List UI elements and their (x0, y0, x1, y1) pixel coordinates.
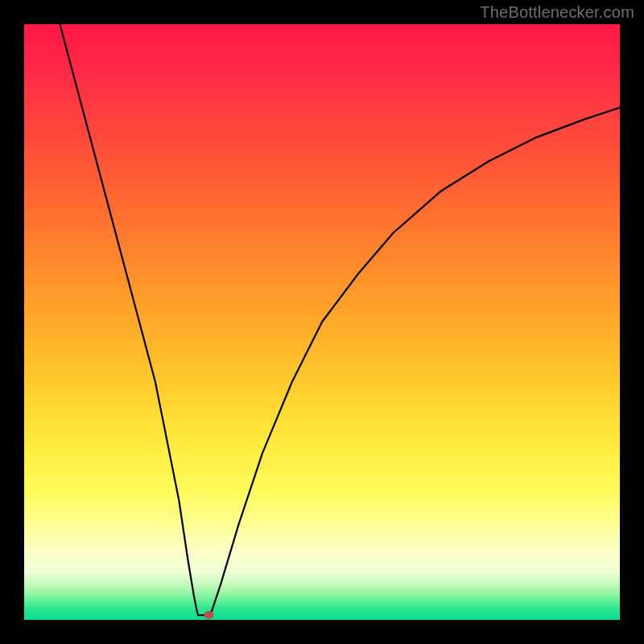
chart-svg (24, 24, 620, 620)
bottleneck-curve (60, 24, 620, 615)
chart-plot-area (24, 24, 620, 620)
minimum-marker (204, 611, 213, 619)
chart-frame: TheBottlenecker.com (0, 0, 644, 644)
watermark-text: TheBottlenecker.com (480, 3, 634, 22)
